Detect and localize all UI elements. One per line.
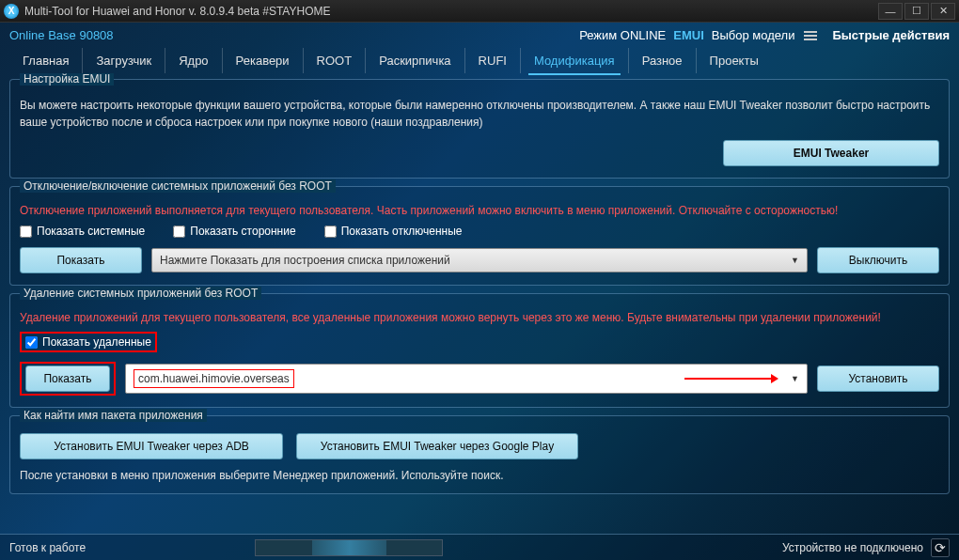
header-row: Online Base 90808 Режим ONLINE EMUI Выбо… xyxy=(0,23,959,44)
tabs: Главная Загрузчик Ядро Рекавери ROOT Рас… xyxy=(0,44,959,73)
group-disable-warning: Отключение приложений выполняется для те… xyxy=(20,204,939,217)
refresh-icon[interactable]: ⟳ xyxy=(931,538,950,557)
svg-marker-1 xyxy=(771,374,778,383)
disable-off-button[interactable]: Выключить xyxy=(817,247,939,273)
red-arrow-icon xyxy=(684,373,778,384)
tab-root[interactable]: ROOT xyxy=(303,48,366,73)
app-window: X Multi-Tool for Huawei and Honor v. 8.0… xyxy=(0,0,959,560)
content-area: Настройка EMUI Вы можете настроить некот… xyxy=(0,73,959,534)
status-progress-inner xyxy=(312,540,386,555)
chk-show-system-input[interactable] xyxy=(20,226,32,238)
delete-app-combo-text: com.huawei.himovie.overseas xyxy=(138,372,290,385)
mode-label: Режим ONLINE xyxy=(579,28,666,42)
install-button[interactable]: Установить xyxy=(817,366,939,392)
group-emui-desc: Вы можете настроить некоторые функции ва… xyxy=(20,97,939,131)
delete-checkbox-row: Показать удаленные xyxy=(20,332,939,352)
status-right: Устройство не подключено ⟳ xyxy=(782,538,950,557)
group-delete-title: Удаление системных приложений без ROOT xyxy=(20,287,261,300)
chk-show-disabled[interactable]: Показать отключенные xyxy=(324,225,463,238)
group-pkgname-info: После установки в меню приложения выбери… xyxy=(20,469,939,482)
model-select-label[interactable]: Выбор модели xyxy=(712,28,795,42)
group-emui-title: Настройка EMUI xyxy=(20,73,114,86)
tab-main[interactable]: Главная xyxy=(9,48,82,73)
group-pkgname-title: Как найти имя пакета приложения xyxy=(20,409,207,422)
install-tweaker-gplay-button[interactable]: Установить EMUI Tweaker через Google Pla… xyxy=(296,433,578,459)
group-delete-apps: Удаление системных приложений без ROOT У… xyxy=(9,293,950,408)
group-emui-settings: Настройка EMUI Вы можете настроить некот… xyxy=(9,79,950,179)
chk-show-disabled-input[interactable] xyxy=(324,226,337,238)
maximize-button[interactable]: ☐ xyxy=(904,3,929,20)
tab-modification[interactable]: Модификация xyxy=(520,48,628,73)
tab-misc[interactable]: Разное xyxy=(628,48,696,73)
highlight-show-button: Показать xyxy=(20,362,116,396)
chk-show-system[interactable]: Показать системные xyxy=(20,225,145,238)
chk-show-deleted[interactable]: Показать удаленные xyxy=(25,335,151,349)
chk-show-thirdparty-input[interactable] xyxy=(173,226,185,238)
disable-checkbox-row: Показать системные Показать сторонние По… xyxy=(20,225,939,238)
emui-label[interactable]: EMUI xyxy=(673,28,704,42)
group-delete-warning: Удаление приложений для текущего пользов… xyxy=(20,311,939,324)
titlebar: X Multi-Tool for Huawei and Honor v. 8.0… xyxy=(0,0,959,23)
minimize-button[interactable]: — xyxy=(878,3,903,20)
quick-actions-button[interactable]: Быстрые действия xyxy=(832,28,950,42)
tab-kernel[interactable]: Ядро xyxy=(165,48,221,73)
highlight-combo-value: com.huawei.himovie.overseas xyxy=(134,369,294,388)
emui-tweaker-button[interactable]: EMUI Tweaker xyxy=(723,140,939,166)
disable-app-combo-text: Нажмите Показать для построения списка п… xyxy=(160,254,450,267)
chk-show-thirdparty[interactable]: Показать сторонние xyxy=(173,225,295,238)
online-base-label: Online Base 90808 xyxy=(9,28,114,42)
statusbar: Готов к работе Устройство не подключено … xyxy=(0,534,959,560)
app-icon: X xyxy=(4,4,19,19)
delete-app-combo[interactable]: com.huawei.himovie.overseas ▼ xyxy=(125,364,808,394)
window-title: Multi-Tool for Huawei and Honor v. 8.0.9… xyxy=(24,5,878,18)
disable-show-button[interactable]: Показать xyxy=(20,247,142,273)
chevron-down-icon: ▼ xyxy=(791,374,799,383)
header-right: Режим ONLINE EMUI Выбор модели Быстрые д… xyxy=(579,28,950,42)
disable-app-combo[interactable]: Нажмите Показать для построения списка п… xyxy=(151,248,808,272)
install-tweaker-adb-button[interactable]: Установить EMUI Tweaker через ADB xyxy=(20,433,283,459)
status-device: Устройство не подключено xyxy=(782,541,923,554)
highlight-show-deleted: Показать удаленные xyxy=(20,332,157,352)
group-pkgname: Как найти имя пакета приложения Установи… xyxy=(9,415,950,494)
status-progress xyxy=(255,539,443,556)
menu-icon[interactable] xyxy=(802,29,819,42)
tab-recovery[interactable]: Рекавери xyxy=(222,48,303,73)
tab-rufi[interactable]: RUFI xyxy=(464,48,520,73)
tab-bootloader[interactable]: Загрузчик xyxy=(82,48,165,73)
tab-unbrick[interactable]: Раскирпичка xyxy=(365,48,464,73)
chk-show-deleted-input[interactable] xyxy=(25,336,38,349)
close-button[interactable]: ✕ xyxy=(931,3,955,20)
window-controls: — ☐ ✕ xyxy=(878,3,955,20)
tab-projects[interactable]: Проекты xyxy=(696,48,772,73)
status-left: Готов к работе xyxy=(9,541,86,554)
delete-show-button[interactable]: Показать xyxy=(25,366,110,392)
group-disable-apps: Отключение/включение системных приложени… xyxy=(9,186,950,286)
chevron-down-icon: ▼ xyxy=(791,256,799,265)
group-disable-title: Отключение/включение системных приложени… xyxy=(20,179,336,193)
